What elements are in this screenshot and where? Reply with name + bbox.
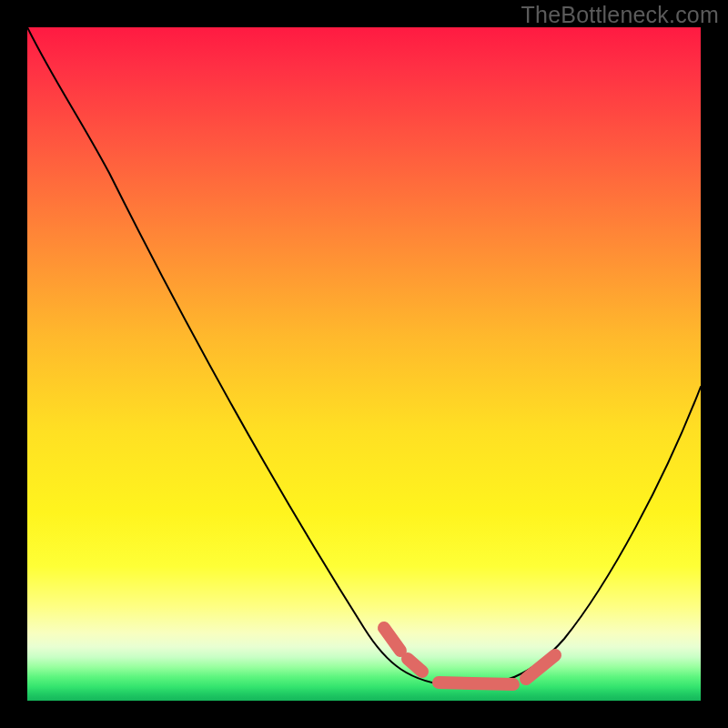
bottleneck-curve — [27, 27, 701, 686]
plot-area — [27, 27, 701, 701]
chart-frame: TheBottleneck.com — [0, 0, 728, 728]
highlight-dash — [439, 682, 513, 684]
highlight-dash — [384, 628, 400, 651]
curve-layer — [27, 27, 701, 701]
highlight-dash — [408, 659, 422, 672]
highlight-dashes — [384, 628, 555, 684]
watermark-text: TheBottleneck.com — [521, 2, 719, 28]
highlight-dash — [526, 655, 555, 679]
